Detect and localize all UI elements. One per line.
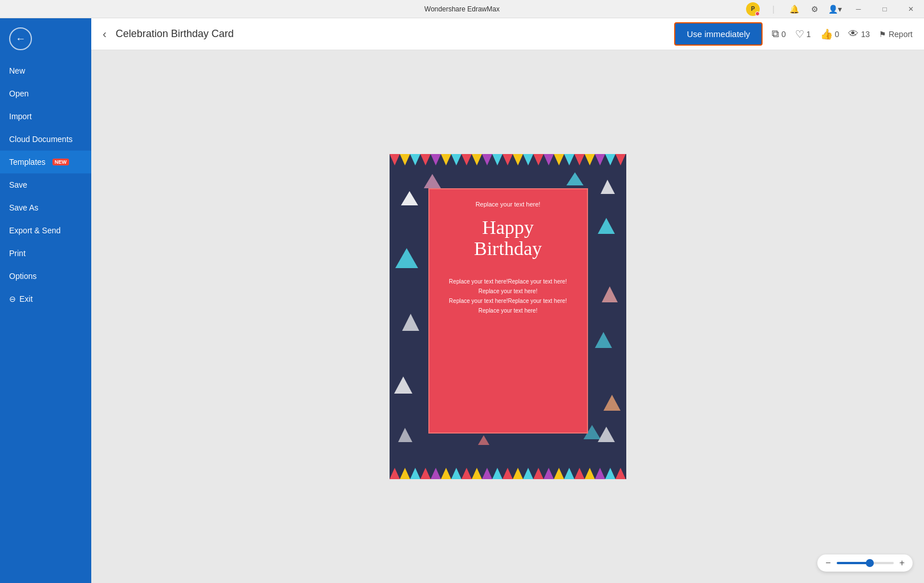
svg-marker-45: [615, 468, 626, 479]
svg-marker-48: [402, 314, 419, 331]
svg-marker-26: [420, 468, 431, 479]
settings-icon[interactable]: ⚙: [805, 0, 824, 18]
report-button[interactable]: ⚑ Report: [879, 30, 913, 39]
svg-marker-55: [603, 395, 621, 411]
sidebar-item-cloud[interactable]: Cloud Documents: [0, 128, 91, 151]
svg-marker-9: [482, 154, 492, 165]
svg-marker-49: [394, 376, 412, 394]
svg-marker-8: [472, 154, 482, 165]
close-button[interactable]: ✕: [898, 0, 924, 18]
eye-icon: 👁: [848, 28, 858, 40]
user-avatar: P: [746, 2, 760, 16]
sidebar-item-import[interactable]: Import: [0, 105, 91, 128]
zoom-slider-fill: [837, 562, 868, 564]
svg-marker-29: [451, 468, 461, 479]
svg-marker-41: [574, 468, 585, 479]
svg-marker-22: [615, 154, 626, 165]
sidebar-item-templates[interactable]: Templates NEW: [0, 151, 91, 173]
svg-marker-14: [533, 154, 544, 165]
svg-marker-35: [513, 468, 523, 479]
svg-marker-1: [400, 154, 410, 165]
card-body-text: Replace your text here!Replace your text…: [449, 277, 567, 315]
svg-marker-56: [598, 427, 615, 442]
card-body-line-4: Replace your text here!: [449, 306, 567, 315]
svg-marker-12: [513, 154, 523, 165]
report-icon: ⚑: [879, 30, 886, 39]
minimize-button[interactable]: ─: [845, 0, 872, 18]
svg-marker-47: [395, 248, 418, 268]
svg-marker-20: [595, 154, 605, 165]
svg-marker-28: [441, 468, 451, 479]
svg-marker-43: [595, 468, 605, 479]
svg-marker-42: [585, 468, 595, 479]
titlebar: Wondershare EdrawMax P | 🔔 ⚙ 👤▾ ─ □ ✕: [0, 0, 924, 18]
svg-marker-38: [544, 468, 554, 479]
card-container: Replace your text here! HappyBirthday Re…: [390, 154, 626, 479]
svg-marker-40: [564, 468, 574, 479]
header-back-button[interactable]: ‹: [103, 27, 107, 41]
thumbs-count: 0: [835, 30, 840, 39]
sidebar-item-exit[interactable]: ⊖ Exit: [0, 288, 91, 310]
card-inner-box: Replace your text here! HappyBirthday Re…: [428, 188, 588, 434]
user-menu-icon[interactable]: 👤▾: [826, 0, 844, 18]
card-body-line-1: Replace your text here!Replace your text…: [449, 277, 567, 286]
svg-marker-25: [410, 468, 420, 479]
notification-icon[interactable]: 🔔: [785, 0, 803, 18]
sidebar-item-options[interactable]: Options: [0, 265, 91, 288]
svg-marker-3: [420, 154, 431, 165]
svg-marker-61: [424, 174, 441, 188]
sidebar-back-button[interactable]: ←: [5, 23, 37, 55]
svg-marker-0: [390, 154, 400, 165]
zoom-slider-track[interactable]: [837, 562, 894, 564]
svg-marker-30: [461, 468, 472, 479]
zoom-plus-button[interactable]: +: [899, 558, 905, 568]
maximize-button[interactable]: □: [872, 0, 898, 18]
separator: |: [764, 0, 783, 18]
svg-marker-34: [502, 468, 513, 479]
svg-marker-24: [400, 468, 410, 479]
thumbs-stat[interactable]: 👍 0: [820, 28, 840, 41]
sidebar-menu: New Open Import Cloud Documents Template…: [0, 59, 91, 310]
svg-marker-31: [472, 468, 482, 479]
svg-marker-16: [554, 154, 564, 165]
view-count: 13: [861, 30, 870, 39]
sidebar-item-export[interactable]: Export & Send: [0, 219, 91, 242]
svg-marker-7: [461, 154, 472, 165]
birthday-card: Replace your text here! HappyBirthday Re…: [390, 154, 626, 479]
card-body-line-2: Replace your text here!: [449, 286, 567, 296]
svg-marker-32: [482, 468, 492, 479]
window-controls: ─ □ ✕: [845, 0, 924, 18]
card-subtitle: Replace your text here!: [476, 201, 541, 208]
use-immediately-button[interactable]: Use immediately: [674, 22, 763, 46]
svg-marker-39: [554, 468, 564, 479]
top-triangles-svg: [390, 154, 626, 175]
zoom-minus-button[interactable]: −: [825, 558, 830, 568]
svg-marker-36: [523, 468, 533, 479]
svg-marker-15: [544, 154, 554, 165]
card-body-line-3: Replace your text here!Replace your text…: [449, 296, 567, 306]
svg-marker-60: [478, 435, 489, 445]
svg-marker-53: [602, 286, 618, 302]
top-triangle-border: [390, 154, 626, 175]
sidebar-item-new[interactable]: New: [0, 59, 91, 82]
sidebar-item-saveas[interactable]: Save As: [0, 196, 91, 219]
back-circle-icon: ←: [9, 27, 32, 50]
svg-marker-51: [601, 180, 615, 194]
like-count: 1: [807, 30, 811, 39]
copy-stat[interactable]: ⧉ 0: [772, 28, 786, 40]
main-content: Replace your text here! HappyBirthday Re…: [91, 50, 924, 583]
exit-icon: ⊖: [9, 294, 16, 303]
sidebar-item-print[interactable]: Print: [0, 242, 91, 265]
sidebar-item-open[interactable]: Open: [0, 82, 91, 105]
copy-count: 0: [781, 30, 786, 39]
like-stat[interactable]: ♡ 1: [795, 28, 811, 41]
zoom-slider-thumb[interactable]: [866, 559, 874, 567]
svg-marker-52: [598, 218, 615, 234]
header: ‹ Celebration Birthday Card Use immediat…: [91, 18, 924, 50]
profile-icon[interactable]: P: [744, 0, 762, 18]
templates-new-badge: NEW: [52, 159, 69, 165]
view-stat[interactable]: 👁 13: [848, 28, 870, 40]
svg-marker-50: [398, 428, 412, 442]
sidebar-item-save[interactable]: Save: [0, 173, 91, 196]
titlebar-icon-group: P | 🔔 ⚙ 👤▾: [744, 0, 844, 18]
